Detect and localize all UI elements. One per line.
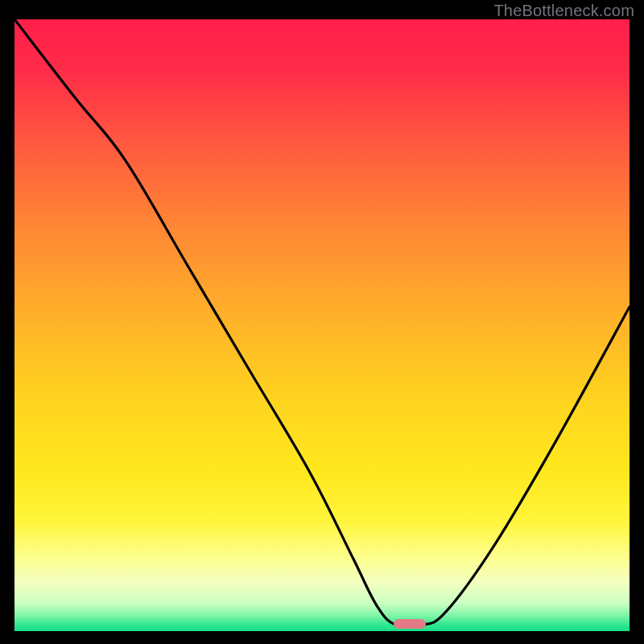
plot-area (14, 19, 630, 631)
chart-frame: TheBottleneck.com (0, 0, 644, 644)
watermark-text: TheBottleneck.com (493, 2, 634, 20)
bottleneck-curve (14, 19, 630, 631)
optimal-marker (394, 619, 426, 629)
